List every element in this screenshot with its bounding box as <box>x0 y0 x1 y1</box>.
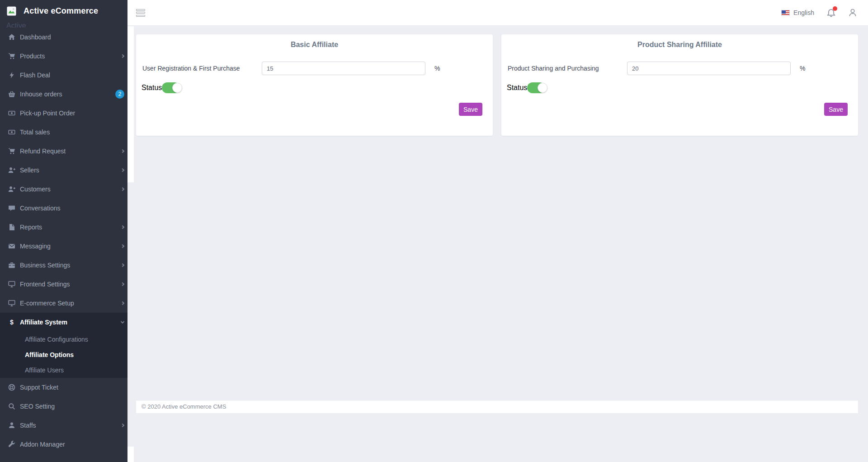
field-label: User Registration & First Purchase <box>142 65 262 72</box>
save-button[interactable]: Save <box>824 103 848 116</box>
product-sharing-status-toggle[interactable] <box>527 82 548 93</box>
basket-icon <box>8 90 15 98</box>
topbar: English <box>127 0 868 26</box>
percent-unit: % <box>800 65 805 72</box>
chat-icon <box>8 205 15 212</box>
sidebar-item-business-settings[interactable]: Business Settings <box>0 256 127 275</box>
sidebar-item-frontend-settings[interactable]: Frontend Settings <box>0 275 127 294</box>
sidebar-item-affiliate-configurations[interactable]: Affiliate Configurations <box>0 332 127 347</box>
chevron-right-icon <box>121 282 124 286</box>
product-sharing-percentage-input[interactable] <box>627 62 791 75</box>
app-title: Active eCommerce <box>24 6 98 16</box>
money-icon <box>8 110 15 117</box>
sidebar-item-products[interactable]: Products <box>0 47 127 66</box>
dollar-icon <box>8 319 15 326</box>
chevron-right-icon <box>121 54 124 58</box>
chevron-right-icon <box>121 424 124 427</box>
user-profile-icon <box>848 8 857 17</box>
sidebar-item-reports[interactable]: Reports <box>0 218 127 237</box>
sidebar-item-affiliate-options[interactable]: Affiliate Options <box>0 347 127 362</box>
wrench-icon <box>8 441 15 448</box>
chevron-right-icon <box>121 263 124 267</box>
basic-affiliate-card: Basic Affiliate User Registration & Firs… <box>136 34 493 136</box>
sidebar-scrollbar-thumb[interactable] <box>127 26 134 182</box>
chevron-right-icon <box>121 168 124 172</box>
chevron-right-icon <box>121 149 124 153</box>
sidebar-item-conversations[interactable]: Conversations <box>0 199 127 218</box>
percent-unit: % <box>434 65 440 72</box>
save-button[interactable]: Save <box>459 103 482 116</box>
briefcase-icon <box>8 262 15 269</box>
sidebar-item-pick-up-point-order[interactable]: Pick-up Point Order <box>0 104 127 123</box>
cart-icon <box>8 148 15 155</box>
sidebar-item-suppot-ticket[interactable]: Suppot Ticket <box>0 378 127 397</box>
sidebar-section-affiliate-system: Affiliate System Affiliate Configuration… <box>0 313 127 378</box>
copyright-text: © 2020 Active eCommerce CMS <box>142 403 226 410</box>
chevron-down-icon <box>121 320 124 324</box>
chevron-right-icon <box>121 225 124 229</box>
status-label: Status <box>507 84 527 92</box>
bolt-icon <box>8 71 15 79</box>
menu-icon[interactable] <box>136 9 145 17</box>
field-label: Product Sharing and Purchasing <box>507 65 627 72</box>
life-ring-icon <box>8 384 15 391</box>
home-icon <box>8 33 15 41</box>
sidebar-menu: Dashboard Products Flash Deal Inhouse or… <box>0 28 127 313</box>
sidebar-item-inhouse-orders[interactable]: Inhouse orders 2 <box>0 85 127 104</box>
basic-affiliate-percentage-input[interactable] <box>262 62 425 75</box>
count-badge: 2 <box>115 90 124 99</box>
sidebar-item-customers[interactable]: Customers <box>0 180 127 199</box>
sidebar-item-addon-manager[interactable]: Addon Manager <box>0 435 127 454</box>
money-icon <box>8 129 15 136</box>
chevron-right-icon <box>121 187 124 191</box>
sidebar-item-total-sales[interactable]: Total sales <box>0 123 127 142</box>
sidebar-item-staffs[interactable]: Staffs <box>0 416 127 435</box>
envelope-icon <box>8 243 15 250</box>
footer: © 2020 Active eCommerce CMS <box>136 400 858 413</box>
app-logo[interactable]: Active eCommerce <box>0 0 127 22</box>
sidebar-item-sellers[interactable]: Sellers <box>0 161 127 180</box>
sidebar-item-e-commerce-setup[interactable]: E-commerce Setup <box>0 294 127 313</box>
chevron-right-icon <box>121 301 124 305</box>
us-flag-icon <box>781 10 790 16</box>
sidebar: Active eCommerce Active Dashboard Produc… <box>0 0 127 462</box>
logo-clipped-text: Active <box>0 22 127 28</box>
basic-affiliate-status-toggle[interactable] <box>162 82 183 93</box>
card-title: Product Sharing Affiliate <box>507 34 853 49</box>
monitor-icon <box>8 300 15 307</box>
chevron-right-icon <box>121 244 124 248</box>
user-plus-icon <box>8 167 15 174</box>
notification-dot <box>833 6 837 11</box>
sidebar-item-seo-setting[interactable]: SEO Setting <box>0 397 127 416</box>
status-label: Status <box>142 84 162 92</box>
user-icon <box>8 422 15 429</box>
search-icon <box>8 403 15 410</box>
main-area: English Basic Affiliate User Registratio… <box>127 0 868 462</box>
sidebar-item-dashboard[interactable]: Dashboard <box>0 28 127 47</box>
notifications-button[interactable] <box>826 8 836 18</box>
user-plus-icon <box>8 186 15 193</box>
language-label: English <box>793 9 814 16</box>
user-menu-button[interactable] <box>848 8 857 17</box>
language-selector[interactable]: English <box>781 9 814 16</box>
sidebar-menu-bottom: Suppot Ticket SEO Setting Staffs Addon M… <box>0 378 127 454</box>
monitor-icon <box>8 281 15 288</box>
sidebar-item-flash-deal[interactable]: Flash Deal <box>0 66 127 85</box>
sidebar-item-affiliate-users[interactable]: Affiliate Users <box>0 362 127 378</box>
sidebar-item-messaging[interactable]: Messaging <box>0 237 127 256</box>
cart-icon <box>8 52 15 60</box>
logo-image-icon <box>6 6 17 16</box>
file-icon <box>8 224 15 231</box>
sidebar-item-refund-request[interactable]: Refund Request <box>0 142 127 161</box>
card-title: Basic Affiliate <box>142 34 487 49</box>
page-content: Basic Affiliate User Registration & Firs… <box>127 26 868 462</box>
product-sharing-affiliate-card: Product Sharing Affiliate Product Sharin… <box>501 34 858 136</box>
sidebar-scrollbar-corner[interactable] <box>127 447 134 462</box>
sidebar-item-affiliate-system[interactable]: Affiliate System <box>0 313 127 332</box>
